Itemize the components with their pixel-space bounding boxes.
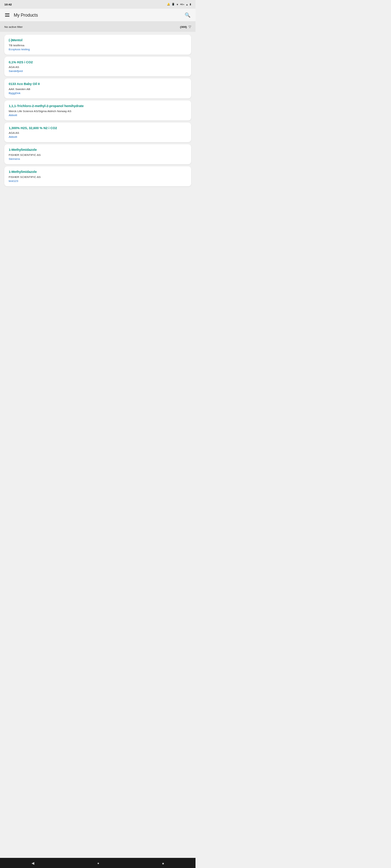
product-card[interactable]: (-)MentolTB testfirmaEcopluss testing — [4, 35, 191, 55]
product-supplier: AGA AS — [9, 65, 187, 69]
product-supplier: FISHER SCIENTIFIC AS — [9, 153, 187, 157]
wifi-icon: ▼ — [176, 3, 179, 6]
filter-right: (300) ▽ — [180, 25, 191, 29]
product-location: Abbott — [9, 135, 187, 139]
product-location: ByggDok — [9, 92, 187, 95]
status-icons: 🔔 📳 ▼ 4G+ ▲ ▮ — [167, 3, 191, 6]
filter-bar: No active filter (300) ▽ — [0, 22, 196, 32]
filter-icon[interactable]: ▽ — [189, 25, 191, 29]
product-card[interactable]: 0133 Aco Baby Oil IIAAK Sweden ABByggDok — [4, 78, 191, 98]
filter-status-text: No active filter — [4, 25, 23, 29]
product-location: test123 — [9, 179, 187, 183]
hamburger-line-2 — [5, 15, 9, 16]
app-bar-left: My Products — [5, 13, 38, 18]
product-supplier: TB testfirma — [9, 44, 187, 47]
status-bar: 10:42 🔔 📳 ▼ 4G+ ▲ ▮ — [0, 0, 196, 9]
product-name: 1-Methylimidazole — [9, 170, 187, 174]
product-supplier: FISHER SCIENTIFIC AS — [9, 175, 187, 179]
vibrate-icon: 📳 — [172, 3, 175, 6]
product-supplier: Merck Life Science AS/Sigma Aldrich Norw… — [9, 110, 187, 113]
hamburger-line-3 — [5, 16, 9, 17]
product-supplier: AGA AS — [9, 131, 187, 135]
filter-count: (300) — [180, 25, 187, 29]
product-name: 1,1,1-Trichloro-2-methyl-2-propanol hemi… — [9, 104, 187, 109]
product-name: 1-Methylimidazole — [9, 148, 187, 152]
product-name: 0,1% H2S i CO2 — [9, 60, 187, 65]
product-location: Ecopluss testing — [9, 48, 187, 51]
battery-icon: ▮ — [190, 3, 191, 6]
alarm-icon: 🔔 — [167, 3, 170, 6]
product-name: (-)Mentol — [9, 38, 187, 43]
menu-button[interactable] — [5, 13, 9, 17]
product-location: Abbott — [9, 114, 187, 117]
app-bar: My Products 🔍 — [0, 9, 196, 22]
status-time: 10:42 — [4, 3, 12, 6]
product-name: 0133 Aco Baby Oil II — [9, 82, 187, 86]
product-name: 1,300% H2S, 32,600 % N2 i CO2 — [9, 126, 187, 131]
product-card[interactable]: 1,300% H2S, 32,600 % N2 i CO2AGA ASAbbot… — [4, 123, 191, 142]
product-supplier: AAK Sweden AB — [9, 88, 187, 91]
network-4g-icon: 4G+ — [180, 3, 185, 5]
product-card[interactable]: 1-MethylimidazoleFISHER SCIENTIFIC ASSie… — [4, 144, 191, 164]
product-card[interactable]: 1,1,1-Trichloro-2-methyl-2-propanol hemi… — [4, 101, 191, 120]
search-button[interactable]: 🔍 — [185, 12, 190, 18]
signal-icon: ▲ — [186, 3, 188, 6]
product-location: Sandefjord — [9, 69, 187, 73]
product-location: Siemens — [9, 157, 187, 161]
product-card[interactable]: 0,1% H2S i CO2AGA ASSandefjord — [4, 57, 191, 77]
product-list: (-)MentolTB testfirmaEcopluss testing0,1… — [0, 32, 196, 189]
page-title: My Products — [14, 13, 38, 18]
product-card[interactable]: 1-MethylimidazoleFISHER SCIENTIFIC AStes… — [4, 166, 191, 186]
hamburger-line-1 — [5, 13, 9, 14]
